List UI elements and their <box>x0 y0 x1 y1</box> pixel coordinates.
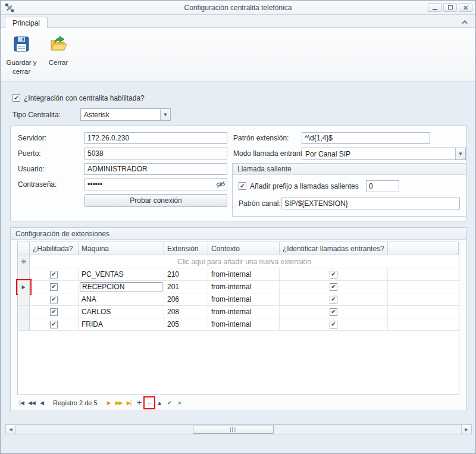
dropdown-button[interactable]: ▼ <box>160 109 170 120</box>
nav-last-button[interactable]: ▶| <box>125 398 133 408</box>
patron-canal-label: Patrón canal: <box>239 199 281 208</box>
tipo-centralita-label: Tipo Centralita: <box>12 111 61 119</box>
new-row-text[interactable]: Clic aquí para añadir una nueva extensió… <box>30 255 459 268</box>
integracion-checkbox[interactable] <box>12 94 20 102</box>
nav-next-page-button[interactable]: ▶▶ <box>115 398 123 408</box>
table-row[interactable]: CARLOS 208 from-internal <box>18 306 459 318</box>
scrollbar-track[interactable] <box>16 425 461 434</box>
habilitada-checkbox[interactable] <box>50 321 58 328</box>
column-header-maquina[interactable]: Máquina <box>79 242 164 255</box>
prefijo-input[interactable] <box>366 180 399 192</box>
identificar-checkbox[interactable] <box>330 321 337 328</box>
minimize-button[interactable] <box>428 3 441 12</box>
dropdown-button[interactable]: ▼ <box>455 148 465 159</box>
habilitada-checkbox[interactable] <box>50 296 58 303</box>
new-row-indicator: ✳ <box>18 255 30 268</box>
prefijo-checkbox[interactable] <box>239 182 246 190</box>
column-header-contexto[interactable]: Contexto <box>208 242 280 255</box>
servidor-input[interactable] <box>84 132 227 144</box>
nav-prev-button[interactable]: ◀ <box>37 398 46 408</box>
nav-prev-page-button[interactable]: ◀◀ <box>27 398 36 408</box>
modo-llamada-combo[interactable]: Por Canal SIP ▼ <box>302 148 466 160</box>
ribbon-tabstrip: Principal <box>1 15 475 28</box>
grid-indicator-header <box>18 242 30 255</box>
cell-maquina[interactable]: PC_VENTAS <box>79 268 164 281</box>
nav-next-button[interactable]: ▶ <box>105 398 113 408</box>
patron-extension-input[interactable] <box>302 132 430 144</box>
cell-contexto[interactable]: from-internal <box>208 306 280 318</box>
new-row-icon: ✳ <box>20 258 26 266</box>
habilitada-checkbox[interactable] <box>50 271 58 278</box>
collapse-ribbon-button[interactable] <box>461 18 469 26</box>
puerto-input[interactable] <box>84 148 227 159</box>
cell-maquina[interactable]: FRIDA <box>79 318 164 331</box>
nav-cancel-button[interactable]: × <box>176 398 184 408</box>
cell-contexto[interactable]: from-internal <box>208 318 280 331</box>
probar-conexion-button[interactable]: Probar conexión <box>84 194 227 207</box>
llamada-saliente-group: Llamada saliente Añadir prefijo a llamad… <box>232 163 466 217</box>
table-row-current[interactable]: ▶ RECEPCION 201 from-internal <box>18 281 459 293</box>
cell-maquina[interactable]: ANA <box>79 293 164 306</box>
cell-contexto[interactable]: from-internal <box>208 293 280 306</box>
usuario-input[interactable] <box>84 163 227 175</box>
modo-llamada-value: Por Canal SIP <box>302 150 455 158</box>
grid-header-row: ¿Habilitada? Máquina Extensión Contexto … <box>18 242 459 255</box>
cell-extension[interactable]: 208 <box>164 306 208 318</box>
eye-slash-icon <box>216 181 226 188</box>
row-indicator <box>18 306 30 318</box>
save-icon <box>12 35 31 55</box>
prefijo-label: Añadir prefijo a llamadas salientes <box>250 182 359 190</box>
tipo-centralita-combo[interactable]: Asterisk ▼ <box>80 108 171 121</box>
cell-contexto[interactable]: from-internal <box>208 268 280 281</box>
cell-extension[interactable]: 201 <box>164 281 208 293</box>
scroll-left-button[interactable]: ◀ <box>6 425 16 434</box>
horizontal-scrollbar[interactable]: ◀ ▶ <box>5 424 472 434</box>
column-header-extension[interactable]: Extensión <box>164 242 208 255</box>
identificar-checkbox[interactable] <box>330 308 337 316</box>
column-header-habilitada[interactable]: ¿Habilitada? <box>30 242 79 255</box>
title-bar: Configuración centralita telefónica × <box>1 1 475 15</box>
table-row[interactable]: FRIDA 205 from-internal <box>18 318 459 331</box>
nav-first-button[interactable]: |◀ <box>17 398 26 408</box>
current-row-arrow-icon: ▶ <box>21 284 25 290</box>
nav-commit-button[interactable]: ✔ <box>165 398 174 408</box>
column-header-identificar[interactable]: ¿Identificar llamadas entrantes? <box>280 242 388 255</box>
toggle-password-button[interactable] <box>215 180 226 189</box>
guardar-y-cerrar-button[interactable]: Guardar y cerrar <box>4 30 39 80</box>
habilitada-checkbox[interactable] <box>50 283 58 291</box>
current-row-indicator: ▶ <box>18 281 30 293</box>
close-folder-icon <box>49 35 68 55</box>
nav-edit-button[interactable]: ▲ <box>155 398 164 408</box>
identificar-checkbox[interactable] <box>330 296 337 303</box>
dialog-window: Configuración centralita telefónica × Pr… <box>0 0 476 454</box>
modo-llamada-label: Modo llamada entrante: <box>233 149 308 158</box>
nav-record-text: Registro 2 de 5 <box>48 399 103 406</box>
tab-principal[interactable]: Principal <box>5 17 48 29</box>
patron-canal-input[interactable] <box>281 198 460 209</box>
table-row[interactable]: ANA 206 from-internal <box>18 293 459 306</box>
grid-new-row[interactable]: ✳ Clic aquí para añadir una nueva extens… <box>18 255 459 268</box>
cerrar-button[interactable]: Cerrar <box>41 30 76 80</box>
table-row[interactable]: PC_VENTAS 210 from-internal <box>18 268 459 281</box>
identificar-checkbox[interactable] <box>330 283 337 291</box>
contrasena-input[interactable] <box>84 179 227 190</box>
extensiones-group: Configuración de extensiones ¿Habilitada… <box>10 227 466 411</box>
chevron-up-icon <box>462 20 468 26</box>
nav-append-button[interactable]: + <box>135 398 143 408</box>
extensiones-grid: ¿Habilitada? Máquina Extensión Contexto … <box>17 242 459 395</box>
nav-delete-button[interactable]: − <box>145 398 154 408</box>
cell-maquina[interactable]: CARLOS <box>79 306 164 318</box>
maximize-button[interactable] <box>443 3 457 12</box>
habilitada-checkbox[interactable] <box>50 308 58 316</box>
cell-extension[interactable]: 210 <box>164 268 208 281</box>
identificar-checkbox[interactable] <box>330 271 337 278</box>
cell-extension[interactable]: 205 <box>164 318 208 331</box>
cell-maquina-editor[interactable]: RECEPCION <box>80 282 162 292</box>
scroll-right-button[interactable]: ▶ <box>461 425 471 434</box>
cell-contexto[interactable]: from-internal <box>208 281 280 293</box>
puerto-label: Puerto: <box>18 149 41 158</box>
servidor-label: Servidor: <box>18 134 46 142</box>
scrollbar-thumb[interactable] <box>193 425 274 434</box>
close-button[interactable]: × <box>459 3 472 12</box>
cell-extension[interactable]: 206 <box>164 293 208 306</box>
